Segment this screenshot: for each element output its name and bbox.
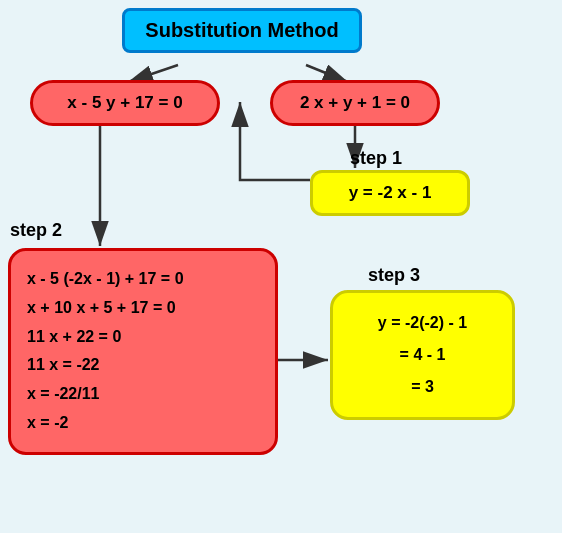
step1-expression: y = -2 x - 1	[349, 183, 432, 202]
step1-box: y = -2 x - 1	[310, 170, 470, 216]
step2-box: x - 5 (-2x - 1) + 17 = 0 x + 10 x + 5 + …	[8, 248, 278, 455]
step2-line4: 11 x = -22	[27, 351, 259, 380]
step2-line6: x = -2	[27, 409, 259, 438]
step3-label: step 3	[368, 265, 420, 286]
step3-box: y = -2(-2) - 1 = 4 - 1 = 3	[330, 290, 515, 420]
title-box: Substitution Method	[122, 8, 362, 53]
step2-label: step 2	[10, 220, 62, 241]
equation2-box: 2 x + y + 1 = 0	[270, 80, 440, 126]
step1-label: step 1	[350, 148, 402, 169]
step2-line1: x - 5 (-2x - 1) + 17 = 0	[27, 265, 259, 294]
title-text: Substitution Method	[145, 19, 338, 41]
equation2-text: 2 x + y + 1 = 0	[300, 93, 410, 112]
step3-line2: = 4 - 1	[349, 339, 496, 371]
step2-line3: 11 x + 22 = 0	[27, 323, 259, 352]
equation1-box: x - 5 y + 17 = 0	[30, 80, 220, 126]
step2-line5: x = -22/11	[27, 380, 259, 409]
equation1-text: x - 5 y + 17 = 0	[67, 93, 182, 112]
step3-line1: y = -2(-2) - 1	[349, 307, 496, 339]
step3-line3: = 3	[349, 371, 496, 403]
step2-line2: x + 10 x + 5 + 17 = 0	[27, 294, 259, 323]
